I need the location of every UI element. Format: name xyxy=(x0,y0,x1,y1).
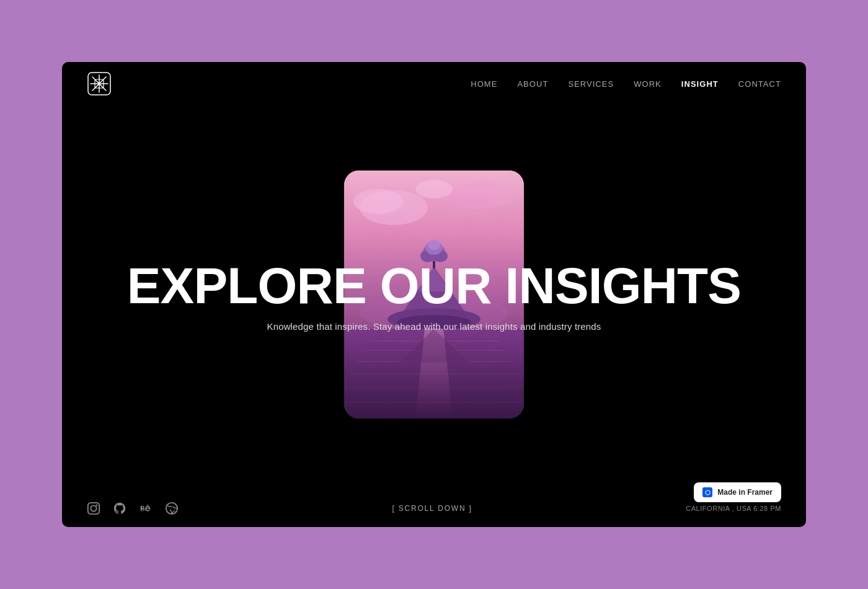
svg-point-29 xyxy=(91,505,96,511)
hero-section: EXPLORE OUR INSIGHTS Knowledge that insp… xyxy=(62,62,806,527)
svg-rect-28 xyxy=(88,503,99,514)
behance-icon[interactable] xyxy=(139,502,153,515)
framer-badge[interactable]: Made in Framer xyxy=(694,482,781,502)
hero-subtitle: Knowledge that inspires. Stay ahead with… xyxy=(62,321,806,332)
nav-home[interactable]: HOME xyxy=(471,78,497,89)
svg-point-6 xyxy=(446,193,490,216)
github-icon[interactable] xyxy=(113,502,126,515)
instagram-icon[interactable] xyxy=(87,502,100,515)
browser-window: HOME ABOUT SERVICES WORK INSIGHT CONTACT xyxy=(62,62,806,527)
dribbble-icon[interactable] xyxy=(165,502,179,515)
hero-headline: EXPLORE OUR INSIGHTS Knowledge that insp… xyxy=(62,260,806,332)
svg-point-7 xyxy=(415,180,453,198)
nav-about[interactable]: ABOUT xyxy=(517,78,548,89)
framer-icon xyxy=(702,487,712,497)
location-time: CALIFORNIA , USA 6:28 pm xyxy=(686,505,781,512)
nav-links: HOME ABOUT SERVICES WORK INSIGHT CONTACT xyxy=(471,78,781,89)
nav-insight[interactable]: INSIGHT xyxy=(681,78,719,89)
svg-point-30 xyxy=(96,505,98,507)
framer-badge-label: Made in Framer xyxy=(717,488,773,497)
nav-services[interactable]: SERVICES xyxy=(568,78,614,89)
svg-point-4 xyxy=(353,189,403,214)
nav-contact[interactable]: CONTACT xyxy=(738,78,781,89)
navbar: HOME ABOUT SERVICES WORK INSIGHT CONTACT xyxy=(62,62,806,105)
social-icons xyxy=(87,502,179,515)
scroll-down-text: [ SCROLL DOWN ] xyxy=(392,504,472,513)
hero-title: EXPLORE OUR INSIGHTS xyxy=(62,260,806,311)
svg-point-18 xyxy=(428,240,440,250)
nav-work[interactable]: WORK xyxy=(634,78,662,89)
logo[interactable] xyxy=(87,71,112,96)
